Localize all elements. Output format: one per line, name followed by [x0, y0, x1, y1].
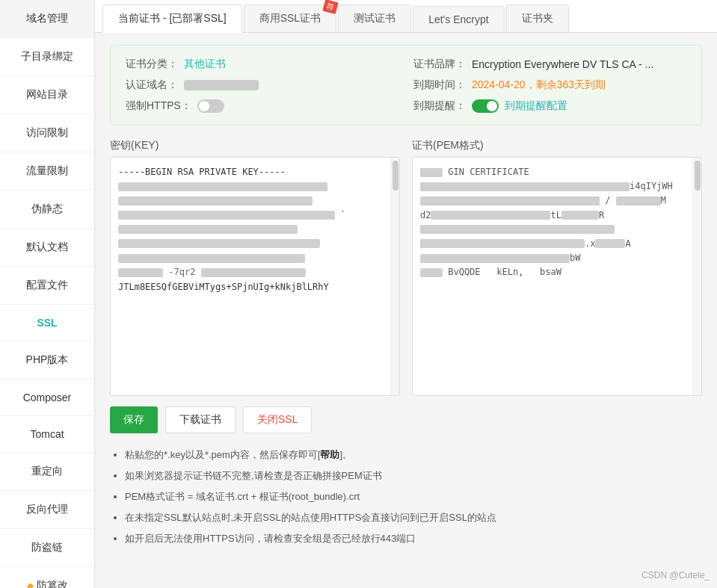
diamond-icon: ◆ [27, 581, 34, 588]
commercial-ssl-badge: 荐 [322, 0, 339, 14]
main-content: 当前证书 - [已部署SSL] 商用SSL证书 荐 测试证书 Let's Enc… [95, 0, 717, 588]
force-https-toggle[interactable] [197, 99, 224, 113]
sidebar-item-composer[interactable]: Composer [0, 380, 94, 416]
key-scrollbar-thumb [393, 161, 398, 191]
force-https-switch[interactable] [197, 99, 224, 113]
cert-category-value[interactable]: 其他证书 [184, 58, 226, 71]
cert-brand-label: 证书品牌： [413, 58, 466, 71]
sidebar-item-php-version[interactable]: PHP版本 [0, 341, 94, 380]
action-buttons: 保存 下载证书 关闭SSL [110, 406, 702, 433]
key-scrollbar[interactable] [390, 158, 399, 395]
cert-line-4: d2tLR [420, 208, 694, 223]
alert-row: 到期提醒： 到期提醒配置 [413, 99, 686, 113]
download-cert-button[interactable]: 下载证书 [165, 406, 236, 433]
cert-domain-value [184, 80, 259, 90]
sidebar-item-flow-limit[interactable]: 流量限制 [0, 152, 94, 191]
cert-brand-value: Encryption Everywhere DV TLS CA - ... [472, 58, 653, 70]
sidebar: 域名管理 子目录绑定 网站目录 访问限制 流量限制 伪静态 默认文档 配置文件 … [0, 0, 95, 588]
cert-first-line: GIN CERTIFICATE [420, 165, 694, 179]
sidebar-item-site-dir[interactable]: 网站目录 [0, 76, 94, 114]
sidebar-item-reverse-proxy[interactable]: 反向代理 [0, 491, 94, 529]
key-cert-panels: 密钥(KEY) -----BEGIN RSA PRIVATE KEY----- … [110, 139, 702, 396]
key-first-line: -----BEGIN RSA PRIVATE KEY----- [118, 165, 392, 179]
sidebar-item-tamper[interactable]: ◆ 防篡改 [0, 567, 94, 588]
key-panel-title: 密钥(KEY) [110, 139, 400, 152]
tab-test-cert[interactable]: 测试证书 [338, 4, 411, 32]
cert-textarea[interactable]: GIN CERTIFICATE i4qIYjWH / M d2tLR [412, 157, 702, 396]
cert-textarea-content[interactable]: GIN CERTIFICATE i4qIYjWH / M d2tLR [413, 158, 701, 395]
tabs-bar: 当前证书 - [已部署SSL] 商用SSL证书 荐 测试证书 Let's Enc… [95, 0, 717, 33]
cert-line-6: .xA [420, 237, 694, 251]
cert-scrollbar[interactable] [692, 158, 701, 395]
key-line-6 [118, 237, 392, 251]
sidebar-item-ssl[interactable]: SSL [0, 305, 94, 341]
key-line-4: ` [118, 208, 392, 223]
cert-category-label: 证书分类： [126, 58, 178, 71]
cert-domain-label: 认证域名： [126, 78, 178, 92]
alert-config-link[interactable]: 到期提醒配置 [505, 99, 567, 113]
tab-cert-folder[interactable]: 证书夹 [506, 4, 569, 32]
cert-expiry-value: 2024-04-20，剩余363天到期 [472, 78, 606, 92]
cert-domain-row: 认证域名： [126, 78, 398, 92]
cert-line-2: i4qIYjWH [420, 179, 694, 194]
cert-brand-row: 证书品牌： Encryption Everywhere DV TLS CA - … [413, 58, 686, 71]
force-https-label: 强制HTTPS： [126, 99, 191, 113]
footer-watermark: CSDN @Cutele_ [641, 570, 710, 581]
key-line-7 [118, 251, 392, 265]
instruction-4: 在未指定SSL默认站点时,未开启SSL的站点使用HTTPS会直接访问到已开启SS… [125, 508, 702, 527]
sidebar-item-tomcat[interactable]: Tomcat [0, 416, 94, 453]
instruction-3: PEM格式证书 = 域名证书.crt + 根证书(root_bundle).cr… [125, 487, 702, 507]
cert-expiry-row: 到期时间： 2024-04-20，剩余363天到期 [413, 78, 686, 92]
key-last-line: JTLm8EESQfGEBViMTygs+SPjnUIg+kNkjBlLRhY [118, 280, 392, 294]
sidebar-item-domain-mgmt[interactable]: 域名管理 [0, 0, 94, 38]
tab-commercial-ssl[interactable]: 商用SSL证书 荐 [244, 4, 336, 32]
alert-toggle[interactable] [472, 99, 499, 113]
cert-info-card: 证书分类： 其他证书 证书品牌： Encryption Everywhere D… [110, 45, 702, 126]
cert-expiry-label: 到期时间： [413, 78, 466, 92]
tab-current-cert[interactable]: 当前证书 - [已部署SSL] [102, 4, 242, 33]
cert-last-line: BvQQDE kELn, bsaW [420, 265, 694, 279]
cert-line-3: / M [420, 194, 694, 208]
help-link[interactable]: 帮助 [320, 449, 339, 460]
force-https-row: 强制HTTPS： [126, 99, 398, 113]
cert-panel-title: 证书(PEM格式) [412, 139, 702, 152]
sidebar-item-redirect[interactable]: 重定向 [0, 453, 94, 491]
key-line-2 [118, 179, 392, 194]
key-line-3 [118, 194, 392, 208]
sidebar-item-default-doc[interactable]: 默认文档 [0, 229, 94, 267]
key-line-5 [118, 223, 392, 237]
save-button[interactable]: 保存 [110, 406, 158, 433]
key-line-8: -7qr2 [118, 265, 392, 279]
cert-scrollbar-thumb [695, 161, 701, 191]
instruction-5: 如开启后无法使用HTTPS访问，请检查安全组是否已经放行443端口 [125, 529, 702, 548]
instruction-1: 粘贴您的*.key以及*.pem内容，然后保存即可[帮助]。 [125, 445, 702, 465]
key-textarea[interactable]: -----BEGIN RSA PRIVATE KEY----- ` [110, 157, 400, 396]
cert-line-7: bW [420, 251, 694, 265]
key-textarea-content[interactable]: -----BEGIN RSA PRIVATE KEY----- ` [111, 158, 399, 395]
close-ssl-button[interactable]: 关闭SSL [243, 406, 312, 433]
key-panel: 密钥(KEY) -----BEGIN RSA PRIVATE KEY----- … [110, 139, 400, 396]
sidebar-item-access-limit[interactable]: 访问限制 [0, 114, 94, 152]
instruction-2: 如果浏览器提示证书链不完整,请检查是否正确拼接PEM证书 [125, 466, 702, 486]
cert-line-5 [420, 223, 694, 237]
sidebar-item-hotlink[interactable]: 防盗链 [0, 529, 94, 567]
instructions-list: 粘贴您的*.key以及*.pem内容，然后保存即可[帮助]。 如果浏览器提示证书… [110, 445, 702, 548]
alert-switch[interactable] [472, 99, 499, 113]
cert-category-row: 证书分类： 其他证书 [126, 58, 398, 71]
cert-panel: 证书(PEM格式) GIN CERTIFICATE i4qIYjWH / M [412, 139, 702, 396]
content-area: 证书分类： 其他证书 证书品牌： Encryption Everywhere D… [95, 33, 717, 588]
tab-lets-encrypt[interactable]: Let's Encrypt [413, 6, 505, 32]
sidebar-item-pseudo-static[interactable]: 伪静态 [0, 191, 94, 229]
sidebar-item-subdir-bind[interactable]: 子目录绑定 [0, 38, 94, 76]
sidebar-item-config-file[interactable]: 配置文件 [0, 267, 94, 305]
alert-label: 到期提醒： [413, 99, 466, 113]
